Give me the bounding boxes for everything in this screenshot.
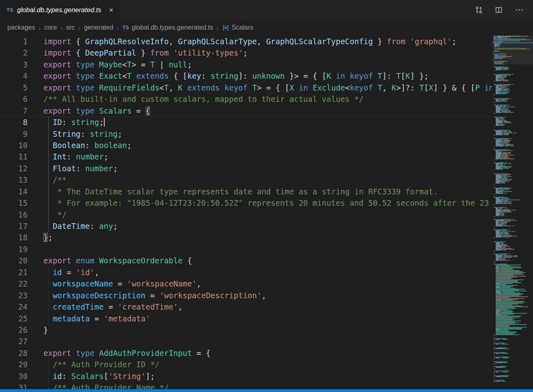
- line-number[interactable]: 13: [0, 174, 28, 185]
- line-number[interactable]: 29: [0, 359, 28, 370]
- line-number[interactable]: 11: [0, 151, 28, 162]
- code-line[interactable]: 8 ID: string;: [0, 116, 492, 128]
- minimap[interactable]: [492, 36, 533, 389]
- code-line[interactable]: 15 * For example: "1985-04-12T23:20:50.5…: [0, 197, 492, 209]
- line-number[interactable]: 20: [0, 255, 28, 266]
- line-number[interactable]: 28: [0, 347, 28, 359]
- line-number[interactable]: 9: [0, 128, 28, 140]
- code-text: Int: number;: [43, 151, 108, 162]
- code-line[interactable]: 17 DateTime: any;: [0, 220, 492, 232]
- breadcrumb-item-scalars[interactable]: Scalars: [222, 24, 253, 31]
- code-token: [95, 349, 99, 358]
- breadcrumb-item-src[interactable]: src: [66, 24, 75, 31]
- line-number[interactable]: 24: [0, 301, 28, 312]
- line-number[interactable]: 15: [0, 197, 28, 209]
- code-line[interactable]: 25 metadata = 'metadata': [0, 313, 492, 324]
- code-token: <: [345, 83, 350, 92]
- code-line[interactable]: 13 /**: [0, 174, 492, 185]
- code-line[interactable]: 23 workspaceDescription = 'workspaceDesc…: [0, 290, 492, 301]
- line-number[interactable]: 18: [0, 232, 28, 243]
- code-line[interactable]: 16 */: [0, 209, 492, 220]
- line-number[interactable]: 12: [0, 163, 28, 174]
- code-line[interactable]: 2import { DeepPartial } from 'utility-ty…: [0, 47, 492, 58]
- line-number[interactable]: 1: [0, 36, 28, 47]
- code-line[interactable]: 12 Float: number;: [0, 163, 492, 174]
- code-line[interactable]: 30 id: Scalars['String'];: [0, 370, 492, 382]
- close-tab-icon[interactable]: ×: [109, 6, 114, 14]
- code-line[interactable]: 18};: [0, 232, 492, 243]
- code-line[interactable]: 19: [0, 243, 492, 255]
- line-number[interactable]: 4: [0, 70, 28, 82]
- breadcrumb-item-global-db-types-generated-ts[interactable]: TSglobal.db.types.generated.ts: [123, 24, 213, 31]
- typescript-file-icon: TS: [6, 7, 13, 13]
- line-number[interactable]: 26: [0, 324, 28, 336]
- code-line[interactable]: 1import { GraphQLResolveInfo, GraphQLSca…: [0, 36, 492, 47]
- code-line[interactable]: 21 id = 'id',: [0, 267, 492, 278]
- code-line[interactable]: 28export type AddAuthProviderInput = {: [0, 347, 492, 359]
- code-token: { [: [169, 71, 187, 80]
- code-line[interactable]: 29 /** Auth Provider ID */: [0, 359, 492, 370]
- line-number[interactable]: 6: [0, 93, 28, 105]
- code-token: [294, 83, 299, 92]
- line-number[interactable]: 8: [0, 116, 28, 128]
- code-token: ]:: [382, 71, 396, 80]
- code-line[interactable]: 11 Int: number;: [0, 151, 492, 162]
- line-number[interactable]: 2: [0, 47, 28, 58]
- line-number[interactable]: 30: [0, 370, 28, 382]
- code-line[interactable]: 22 workspaceName = 'workspaceName',: [0, 278, 492, 289]
- code-token: X: [429, 83, 433, 92]
- code-token: [43, 372, 53, 381]
- code-token: [95, 60, 99, 69]
- line-number[interactable]: 25: [0, 313, 28, 324]
- code-line[interactable]: 27: [0, 336, 492, 347]
- code-line[interactable]: 14 * The DateTime scalar type represents…: [0, 186, 492, 197]
- code-token: string: [90, 129, 118, 138]
- line-number[interactable]: 14: [0, 186, 28, 197]
- code-line[interactable]: 6/** All built-in and custom scalars, ma…: [0, 93, 492, 105]
- code-token: [43, 129, 53, 138]
- code-line[interactable]: 24 createdTime = 'createdTime',: [0, 301, 492, 312]
- code-line[interactable]: 10 Boolean: boolean;: [0, 140, 492, 151]
- line-number[interactable]: 16: [0, 209, 28, 220]
- code-line[interactable]: 5export type RequireFields<T, K extends …: [0, 82, 492, 93]
- breadcrumb-label: src: [66, 24, 75, 31]
- line-number[interactable]: 17: [0, 220, 28, 232]
- more-actions-icon[interactable]: ⋯: [515, 5, 524, 14]
- line-number[interactable]: 27: [0, 336, 28, 347]
- code-token: :: [90, 222, 99, 230]
- breadcrumb-item-packages[interactable]: packages: [7, 24, 35, 31]
- code-token: }> = { [: [285, 71, 327, 80]
- code-line[interactable]: 3export type Maybe<T> = T | null;: [0, 59, 492, 70]
- breadcrumb-item-core[interactable]: core: [44, 24, 57, 31]
- line-number[interactable]: 22: [0, 278, 28, 289]
- code-token: 'id': [76, 268, 95, 277]
- code-token: type: [76, 83, 95, 92]
- line-number[interactable]: 19: [0, 243, 28, 255]
- code-line[interactable]: 7export type Scalars = {: [0, 105, 492, 116]
- code-token: K: [391, 83, 396, 92]
- code-token: WorkspaceOrderable: [99, 256, 183, 265]
- compare-changes-icon[interactable]: [475, 6, 483, 14]
- code-token: keyof: [224, 83, 247, 92]
- status-bar[interactable]: [0, 389, 533, 392]
- code-line[interactable]: 26}: [0, 324, 492, 336]
- line-number[interactable]: 10: [0, 140, 28, 151]
- line-number[interactable]: 23: [0, 290, 28, 301]
- code-line[interactable]: 20export enum WorkspaceOrderable {: [0, 255, 492, 266]
- tab-global-db-types-generated[interactable]: TS global.db.types.generated.ts ×: [0, 0, 120, 19]
- split-editor-icon[interactable]: [495, 6, 503, 14]
- code-token: ,: [262, 291, 266, 300]
- line-number[interactable]: 5: [0, 82, 28, 93]
- line-number[interactable]: 3: [0, 59, 28, 70]
- line-number[interactable]: 7: [0, 105, 28, 116]
- line-number[interactable]: 21: [0, 267, 28, 278]
- code-token: [43, 302, 53, 311]
- code-editor[interactable]: 1import { GraphQLResolveInfo, GraphQLSca…: [0, 36, 492, 392]
- code-token: [43, 164, 53, 173]
- code-line[interactable]: 9 String: string;: [0, 128, 492, 140]
- code-token: String: [53, 129, 81, 138]
- code-text: /** Auth Provider ID */: [43, 359, 159, 370]
- breadcrumb-label: generated: [84, 24, 113, 31]
- breadcrumb-item-generated[interactable]: generated: [84, 24, 113, 31]
- code-line[interactable]: 4export type Exact<T extends { [key: str…: [0, 70, 492, 82]
